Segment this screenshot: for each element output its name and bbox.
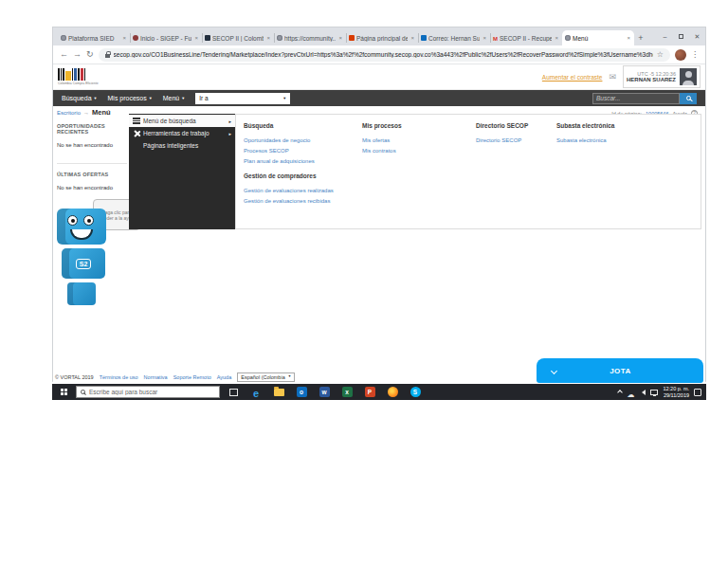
copyright-text: © VORTAL 2019 — [55, 374, 94, 380]
gmail-favicon — [493, 35, 498, 41]
excel-button[interactable] — [337, 384, 356, 400]
colombia-compra-logo: Colombia Compra Eficiente — [58, 68, 99, 85]
footer-link-normativa[interactable]: Normativa — [144, 374, 168, 380]
tab-office[interactable]: Página principal de... × — [346, 30, 418, 45]
link-plan-anual[interactable]: Plan anual de adquisiciones — [244, 158, 359, 164]
search-input[interactable] — [592, 93, 680, 104]
link-procesos-secop[interactable]: Procesos SECOP — [244, 148, 359, 154]
jota-title: JOTA — [556, 367, 703, 375]
tab-menu-active[interactable]: Menú × — [562, 30, 634, 45]
forward-icon[interactable]: → — [73, 50, 82, 59]
breadcrumb-arrow-icon: → — [83, 110, 89, 116]
network-icon[interactable] — [650, 390, 658, 395]
nav-busqueda[interactable]: Búsqueda ▼ — [62, 95, 98, 101]
tab-close-icon[interactable]: × — [482, 35, 487, 41]
url-text[interactable]: secop.gov.co/CO1BusinessLine/Tendering/M… — [114, 51, 653, 58]
column-heading: Mis procesos — [362, 122, 478, 129]
link-subasta-electronica[interactable]: Subasta electrónica — [556, 137, 672, 143]
start-button[interactable] — [55, 384, 72, 400]
tab-correo[interactable]: Correo: Hernan Su... × — [418, 30, 490, 45]
tab-close-icon[interactable]: × — [265, 35, 271, 41]
user-avatar[interactable] — [680, 68, 697, 85]
tab-secop-ii[interactable]: SECOP II | Colombi... × — [202, 30, 274, 45]
tab-sigep[interactable]: Inicio - SIGEP - Fun... × — [130, 30, 202, 45]
link-oportunidades-de-negocio[interactable]: Oportunidades de negocio — [244, 137, 359, 143]
footer-link-terminos[interactable]: Términos de uso — [100, 374, 138, 380]
nav-mis-procesos[interactable]: Mis procesos ▼ — [108, 95, 153, 101]
file-explorer-button[interactable] — [269, 384, 288, 400]
onedrive-cloud-icon[interactable] — [627, 384, 634, 401]
robot-base — [67, 282, 96, 305]
caret-down-icon: ▼ — [181, 97, 185, 100]
search-button[interactable] — [680, 93, 697, 104]
secop-favicon — [205, 35, 210, 41]
nav-label: Mis procesos — [108, 95, 147, 101]
nav-search — [592, 93, 697, 104]
task-view-button[interactable] — [224, 384, 243, 400]
language-select[interactable]: Español (Colombia ▼ — [237, 372, 295, 382]
sidebar-section-title: ÚLTIMAS OFERTAS — [57, 172, 127, 177]
tab-close-icon[interactable]: × — [193, 35, 199, 41]
tab-close-icon[interactable]: × — [337, 35, 343, 41]
maximize-button[interactable] — [673, 27, 689, 45]
link-mis-contratos[interactable]: Mis contratos — [362, 148, 478, 154]
nav-label: Menú — [163, 95, 180, 101]
robot-smile — [70, 229, 93, 240]
menu-grid-icon — [133, 118, 140, 124]
menu-item-paginas-inteligentes[interactable]: Páginas inteligentes — [129, 139, 235, 152]
outlook-favicon — [421, 35, 427, 41]
link-evaluaciones-realizadas[interactable]: Gestión de evaluaciones realizadas — [244, 188, 359, 193]
close-button[interactable]: ✕ — [689, 27, 705, 45]
menu-item-menu-de-busqueda[interactable]: Menú de búsqueda ▸ — [129, 115, 235, 127]
tray-expand-icon[interactable] — [618, 390, 624, 395]
tab-plataforma-sied[interactable]: Plataforma SIED × — [58, 30, 130, 45]
reload-icon[interactable]: ↻ — [86, 50, 94, 59]
word-button[interactable] — [315, 384, 334, 400]
back-icon[interactable]: ← — [60, 50, 68, 59]
new-tab-button[interactable]: + — [634, 30, 647, 45]
bookmark-star-icon[interactable]: ☆ — [657, 50, 664, 59]
tray-time: 12:20 p. m. — [663, 386, 689, 392]
profile-avatar[interactable] — [675, 49, 686, 61]
sigep-favicon — [133, 35, 138, 41]
tab-title: SECOP II | Colombi... — [212, 35, 264, 42]
footer-link-soporte[interactable]: Soporte Remoto — [173, 374, 211, 380]
jota-chat-widget[interactable]: JOTA — [537, 358, 703, 383]
edge-taskbar-button[interactable] — [246, 384, 265, 400]
address-bar[interactable]: secop.gov.co/CO1BusinessLine/Tendering/M… — [99, 48, 670, 62]
footer-link-ayuda[interactable]: Ayuda — [217, 374, 232, 380]
browser-menu-icon[interactable]: ⋮ — [691, 50, 699, 59]
system-tray: 12:20 p. m. 29/11/2019 — [618, 384, 703, 401]
menu-item-herramientas[interactable]: Herramientas de trabajo ▸ — [129, 127, 235, 139]
minimize-button[interactable]: – — [657, 27, 673, 45]
firefox-button[interactable] — [383, 384, 402, 400]
taskbar-search-input[interactable] — [89, 389, 215, 395]
breadcrumb-home-link[interactable]: Escritorio — [57, 110, 81, 116]
action-center-icon[interactable] — [694, 389, 701, 396]
nav-menu[interactable]: Menú ▼ — [163, 95, 185, 101]
page-content: Escritorio → Menú Id de página: 10005646… — [53, 106, 705, 383]
skype-button[interactable] — [406, 384, 425, 400]
tab-community[interactable]: https://community... × — [274, 30, 346, 45]
link-mis-ofertas[interactable]: Mis ofertas — [362, 137, 478, 143]
nav-label: Búsqueda — [62, 95, 92, 101]
tab-close-icon[interactable]: × — [410, 35, 415, 41]
caret-down-icon: ▼ — [288, 375, 291, 379]
goto-select[interactable]: Ir a ▼ — [195, 93, 290, 104]
user-box[interactable]: UTC -5 12:20:36 HERNAN SUAREZ — [623, 65, 701, 88]
clock-widget[interactable]: 12:20 p. m. 29/11/2019 — [663, 386, 689, 398]
taskbar-search[interactable] — [76, 386, 220, 398]
envelope-icon[interactable]: ✉ — [609, 72, 616, 82]
link-evaluaciones-recibidas[interactable]: Gestión de evaluaciones recibidas — [244, 198, 359, 204]
globe-favicon — [565, 35, 571, 41]
tab-title: SECOP II - Recuper... — [500, 35, 552, 42]
outlook-button[interactable] — [292, 384, 311, 400]
tab-close-icon[interactable]: × — [626, 35, 631, 41]
volume-icon[interactable] — [639, 390, 646, 395]
increase-contrast-link[interactable]: Aumentar el contraste — [542, 74, 603, 81]
tab-close-icon[interactable]: × — [554, 35, 559, 41]
window-controls: – ✕ — [657, 27, 705, 45]
tab-gmail-secop[interactable]: SECOP II - Recuper... × — [490, 30, 562, 45]
powerpoint-button[interactable] — [360, 384, 379, 400]
tab-close-icon[interactable]: × — [121, 35, 127, 41]
